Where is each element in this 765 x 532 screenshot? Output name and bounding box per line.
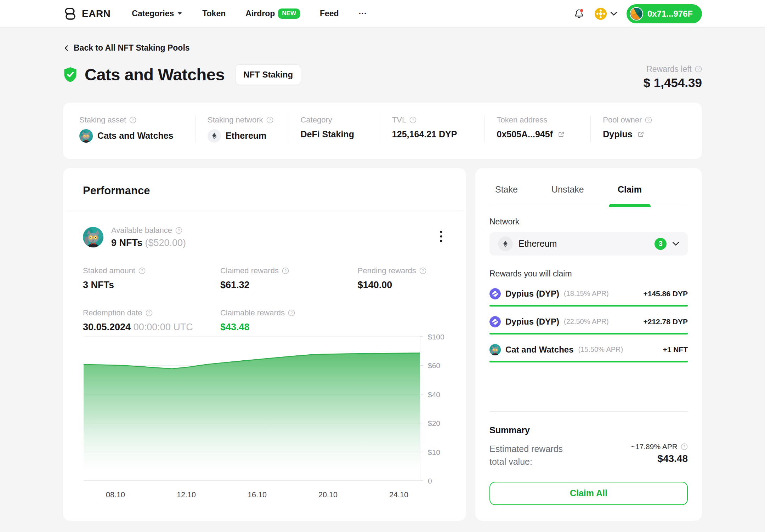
reward-row: Dypius (DYP)(22.50% APR)+212.78 DYP xyxy=(489,316,688,334)
performance-area-chart: 0$10$20$40$60$10008.1012.1016.1020.1024.… xyxy=(83,334,446,503)
stat-pending-rewards: Pending rewards?$140.00 xyxy=(358,266,446,291)
panel-tabs: StakeUnstakeClaim xyxy=(489,180,688,204)
svg-text:12.10: 12.10 xyxy=(177,491,196,499)
chevron-down-icon xyxy=(177,12,182,15)
info-item-staking-asset: Staking asset?Cats and Watches xyxy=(79,115,195,143)
available-balance-label: Available balance xyxy=(111,226,172,235)
stat-claimed-rewards: Claimed rewards?$61.32 xyxy=(220,266,358,291)
available-balance-value: 9 NFTs xyxy=(111,238,142,248)
external-link-icon[interactable] xyxy=(637,131,645,138)
help-icon[interactable]: ? xyxy=(282,267,289,274)
summary-apr: ~17.89% APR xyxy=(631,442,678,451)
nav-item-categories[interactable]: Categories xyxy=(132,9,182,18)
network-select[interactable]: Ethereum 3 xyxy=(489,232,688,256)
help-icon[interactable]: ? xyxy=(129,116,136,124)
pool-type-badge: NFT Staking xyxy=(235,64,301,85)
help-icon[interactable]: ? xyxy=(681,443,688,450)
verified-shield-icon xyxy=(63,67,78,83)
info-value: Cats and Watches xyxy=(97,131,173,141)
info-item-tvl: TVL?125,164.21 DYP xyxy=(380,115,484,143)
performance-title: Performance xyxy=(83,184,446,197)
svg-text:?: ? xyxy=(412,118,414,122)
main-nav: CategoriesTokenAirdropNEWFeed··· xyxy=(132,8,367,18)
svg-text:?: ? xyxy=(141,269,143,273)
svg-text:?: ? xyxy=(268,118,271,122)
svg-text:?: ? xyxy=(284,269,287,273)
summary-label: Estimated rewards total value: xyxy=(489,442,563,468)
wallet-address: 0x71...976F xyxy=(647,9,693,19)
info-value: 125,164.21 DYP xyxy=(392,129,457,139)
svg-text:$60: $60 xyxy=(428,361,440,370)
more-options-icon[interactable] xyxy=(436,229,446,244)
svg-text:?: ? xyxy=(178,228,180,233)
tab-claim[interactable]: Claim xyxy=(618,184,642,195)
rewards-left-label: Rewards left xyxy=(646,64,692,74)
rewards-left-value: $ 1,454.39 xyxy=(644,76,702,90)
rewards-list: Dypius (DYP)(18.15% APR)+145.86 DYPDypiu… xyxy=(489,279,688,362)
bnb-network-icon xyxy=(594,7,607,20)
cat-avatar xyxy=(79,129,93,143)
stat-redemption-date: Redemption date?30.05.2024 00:00:00 UTC xyxy=(83,308,220,333)
new-badge: NEW xyxy=(278,8,300,18)
tab-stake[interactable]: Stake xyxy=(495,184,518,195)
external-link-icon[interactable] xyxy=(557,131,565,138)
svg-text:$10: $10 xyxy=(428,448,440,456)
info-value: Ethereum xyxy=(226,131,266,141)
info-item-pool-owner: Pool owner?Dypius xyxy=(590,115,686,143)
help-icon[interactable]: ? xyxy=(419,267,426,274)
help-icon[interactable]: ? xyxy=(409,116,416,124)
wallet-avatar xyxy=(630,7,643,21)
nav-item-feed[interactable]: Feed xyxy=(320,9,339,18)
svg-text:?: ? xyxy=(290,311,293,315)
nav-item-airdrop[interactable]: AirdropNEW xyxy=(245,8,300,18)
info-item-token-address: Token address0x505A...945f xyxy=(484,115,590,143)
notifications-bell-icon[interactable] xyxy=(573,8,585,20)
earn-brand[interactable]: EARN xyxy=(63,7,110,21)
earn-logo-icon xyxy=(63,7,77,21)
reward-progress-bar xyxy=(489,333,688,334)
help-icon[interactable]: ? xyxy=(288,309,295,316)
network-name: Ethereum xyxy=(518,239,557,249)
help-icon[interactable]: ? xyxy=(266,116,273,124)
svg-text:24.10: 24.10 xyxy=(389,491,408,499)
svg-text:$100: $100 xyxy=(428,334,444,341)
nav-item-token[interactable]: Token xyxy=(202,9,226,18)
dypius-token-icon xyxy=(489,288,501,299)
rewards-count-badge: 3 xyxy=(654,238,667,250)
svg-text:?: ? xyxy=(148,311,150,315)
help-icon[interactable]: ? xyxy=(146,309,153,316)
reward-row: Dypius (DYP)(18.15% APR)+145.86 DYP xyxy=(489,288,688,307)
tab-unstake[interactable]: Unstake xyxy=(551,184,584,195)
stat-staked-amount: Staked amount?3 NFTs xyxy=(83,266,220,291)
summary-total-value: $43.48 xyxy=(631,453,688,464)
network-switcher[interactable] xyxy=(594,7,617,20)
help-icon[interactable]: ? xyxy=(175,227,182,234)
cat-avatar xyxy=(83,227,103,247)
wallet-button[interactable]: 0x71...976F xyxy=(627,4,702,23)
divider xyxy=(489,411,688,412)
help-icon[interactable]: ? xyxy=(695,65,702,73)
chevron-left-icon xyxy=(63,45,70,52)
network-label: Network xyxy=(489,217,688,227)
help-icon[interactable]: ? xyxy=(645,116,652,124)
back-link-label: Back to All NFT Staking Pools xyxy=(74,43,190,53)
svg-text:$40: $40 xyxy=(428,390,440,398)
svg-text:16.10: 16.10 xyxy=(248,491,267,499)
rewards-list-title: Rewards you will claim xyxy=(489,269,688,279)
brand-label: EARN xyxy=(82,8,110,19)
divider xyxy=(66,211,463,211)
nav-item-more[interactable]: ··· xyxy=(359,9,367,18)
summary-title: Summary xyxy=(489,425,688,435)
help-icon[interactable]: ? xyxy=(138,267,146,274)
back-to-pools-link[interactable]: Back to All NFT Staking Pools xyxy=(63,43,190,53)
claim-all-button[interactable]: Claim All xyxy=(489,482,688,505)
reward-row: Cat and Watches(15.50% APR)+1 NFT xyxy=(489,344,688,362)
info-value: DeFi Staking xyxy=(300,129,354,139)
svg-text:$20: $20 xyxy=(428,419,440,427)
info-item-staking-network: Staking network?Ethereum xyxy=(195,115,288,143)
svg-text:?: ? xyxy=(132,118,134,122)
info-item-category: CategoryDeFi Staking xyxy=(288,115,379,143)
performance-card: Performance Available balance ? 9 NFTs (… xyxy=(63,168,466,521)
svg-text:0: 0 xyxy=(428,477,432,485)
stat-claimable-rewards: Claimable rewards?$43.48 xyxy=(220,308,358,333)
